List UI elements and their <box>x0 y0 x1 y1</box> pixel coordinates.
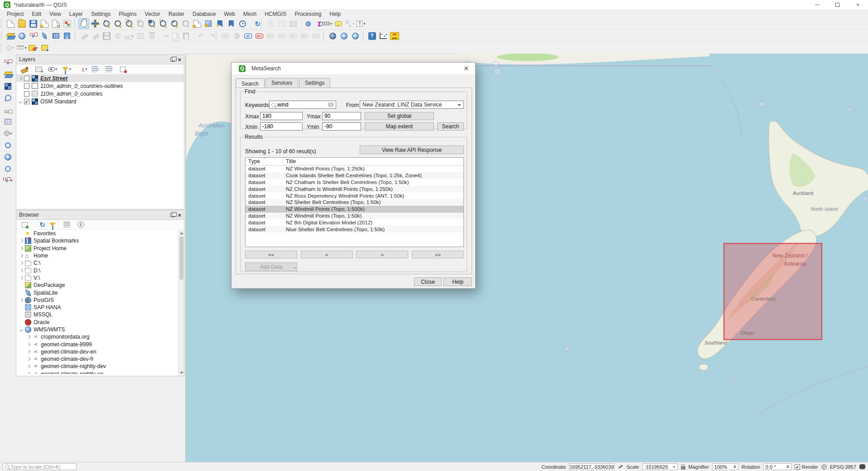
Settings[interactable]: Settings <box>299 78 330 88</box>
show-hide-labels-button[interactable] <box>299 30 310 41</box>
measure-button[interactable]: ▾ <box>322 18 333 29</box>
checkerboard-button[interactable] <box>3 81 14 92</box>
search-button[interactable]: Search <box>437 122 464 131</box>
browser-item-mssql[interactable]: MSSQL <box>16 311 184 318</box>
chevron-icon[interactable] <box>27 350 30 354</box>
layer-checkbox[interactable] <box>24 99 29 104</box>
circle-tool-button[interactable] <box>3 140 14 151</box>
add-data-button[interactable]: Add Data <box>245 262 297 271</box>
coordinate-input[interactable]: 16952117,-3336039 <box>569 463 614 470</box>
previous-page-button[interactable]: < <box>301 251 353 258</box>
Plugins[interactable]: Plugins <box>115 10 140 18</box>
scale-combobox[interactable]: :15195625 <box>642 463 678 470</box>
manage-map-themes-button[interactable]: ▾ <box>47 64 58 75</box>
result-row[interactable]: dataset NZ Ross Dependency Windmill Poin… <box>246 192 463 199</box>
Raster[interactable]: Raster <box>164 10 188 18</box>
browser-scrollbar[interactable] <box>178 230 184 376</box>
chevron-icon[interactable] <box>27 357 30 361</box>
new-map-view-button[interactable] <box>192 18 203 29</box>
chevron-icon[interactable] <box>19 246 23 250</box>
filter-expression-button[interactable]: ε ▾ <box>75 64 86 75</box>
column-type[interactable]: Type <box>246 158 283 165</box>
ymin-input[interactable] <box>322 122 361 131</box>
new-spatialite-layer-button[interactable] <box>39 30 50 41</box>
Processing[interactable]: Processing <box>290 10 325 18</box>
help-button[interactable] <box>366 30 377 41</box>
remove-layer-button[interactable] <box>117 64 128 75</box>
new-print-layout-button[interactable] <box>39 18 50 29</box>
vertex-curve-button[interactable] <box>3 92 14 103</box>
Edit[interactable]: Edit <box>28 10 45 18</box>
pan-to-selection-button[interactable] <box>90 18 101 29</box>
pin-unpin-labels-button[interactable] <box>288 30 299 41</box>
Help[interactable]: Help <box>326 10 345 18</box>
browser-item-wms-wmts[interactable]: WMS/WMTS <box>16 326 184 333</box>
scroll-up-icon[interactable] <box>180 232 183 234</box>
scrollbar-thumb[interactable] <box>179 237 183 280</box>
browser-item-oracle[interactable]: Oracle <box>16 319 184 326</box>
globe-tool-button[interactable] <box>3 151 14 162</box>
result-row[interactable]: dataset NZ Shelter Belt Centrelines (Top… <box>246 199 463 206</box>
new-mesh-layer-button[interactable] <box>50 30 61 41</box>
Layer[interactable]: Layer <box>65 10 87 18</box>
ymax-input[interactable] <box>322 112 361 120</box>
properties-button[interactable] <box>75 219 86 230</box>
map-canvas[interactable]: Australian Bight Auckland North Island N… <box>185 53 868 462</box>
refresh-browser-button[interactable]: ↻ <box>33 219 44 230</box>
diagram-options-button[interactable] <box>254 30 265 41</box>
chevron-icon[interactable] <box>27 335 30 339</box>
browser-item-geomet-dev-en[interactable]: geomet-climate-dev-en <box>16 348 184 355</box>
raster-style-button[interactable] <box>3 69 14 80</box>
layer-checkbox[interactable] <box>24 91 29 97</box>
copy-features-button[interactable] <box>169 30 180 41</box>
maximize-button[interactable] <box>827 0 848 10</box>
lock-icon[interactable] <box>681 466 685 470</box>
browser-item-sap-hana[interactable]: SAP HANA <box>16 304 184 311</box>
browser-item-geomet-nightly-dev[interactable]: geomet-climate-nightly-dev <box>16 363 184 370</box>
help-dialog-button[interactable]: Help <box>444 277 472 286</box>
View[interactable]: View <box>45 10 65 18</box>
browser-item-postgis[interactable]: PostGIS <box>16 296 184 304</box>
result-row[interactable]: dataset NZ Chatham Is Windmill Points (T… <box>246 185 463 192</box>
save-project-button[interactable] <box>28 18 39 29</box>
result-row[interactable]: dataset NZ Chatham Is Shelter Belt Centr… <box>246 179 463 186</box>
open-project-button[interactable] <box>16 18 27 29</box>
statistical-summary-button[interactable]: Σ <box>310 18 321 29</box>
delete-selected-button[interactable] <box>146 30 157 41</box>
rotation-stepper[interactable]: 0.0 ° <box>763 463 791 470</box>
layer-ordering-button[interactable]: ▾ <box>16 43 27 53</box>
identify-features-button[interactable] <box>265 18 276 29</box>
zoom-to-selection-button[interactable]: ▢ <box>135 18 146 29</box>
new-project-button[interactable] <box>5 18 16 29</box>
Project[interactable]: Project <box>3 10 28 18</box>
scroll-down-icon[interactable] <box>180 372 183 374</box>
cut-features-button[interactable]: ✂ <box>158 30 169 41</box>
polyline-tool-button[interactable]: ▾ <box>3 175 14 186</box>
zoom-native-button[interactable]: 1:1 <box>158 18 169 29</box>
layer-item-osm-standard[interactable]: OSM Standard <box>16 97 184 105</box>
toggle-editing-button[interactable] <box>90 30 101 41</box>
zoom-in-button[interactable]: + <box>101 18 112 29</box>
chevron-icon[interactable] <box>19 298 23 302</box>
chevron-icon[interactable] <box>27 372 30 374</box>
magnifier-stepper[interactable]: 100% <box>712 463 738 470</box>
field-calculator-button[interactable] <box>288 18 299 29</box>
chevron-icon[interactable] <box>19 254 23 257</box>
browser-item-drive-c[interactable]: C:\ <box>16 259 184 267</box>
style-manager-button[interactable] <box>62 18 72 29</box>
layer-item-esri-street[interactable]: Esri Street <box>16 74 184 82</box>
Vector[interactable]: Vector <box>141 10 164 18</box>
new-virtual-layer-button[interactable] <box>62 30 72 41</box>
layer-item-countries-outlines[interactable]: 110m_admin_0_countries-outlines <box>16 82 184 90</box>
filter-browser-button[interactable] <box>47 219 58 230</box>
map-theme-button[interactable]: ▾ <box>5 43 16 53</box>
browser-item-cropmonitordata[interactable]: cropmonitordata.org <box>16 333 184 340</box>
zoom-last-button[interactable]: ◂ <box>169 18 180 29</box>
zoom-full-button[interactable]: ⛶ <box>124 18 135 29</box>
move-label-button[interactable] <box>310 30 321 41</box>
browser-item-geopackage[interactable]: GeoPackage <box>16 282 184 289</box>
add-feature-button[interactable] <box>112 30 123 41</box>
map-extent-button[interactable]: Map extent <box>365 122 434 131</box>
layer-item-countries[interactable]: 110m_admin_0_countries <box>16 90 184 97</box>
set-global-button[interactable]: Set global <box>365 112 434 120</box>
